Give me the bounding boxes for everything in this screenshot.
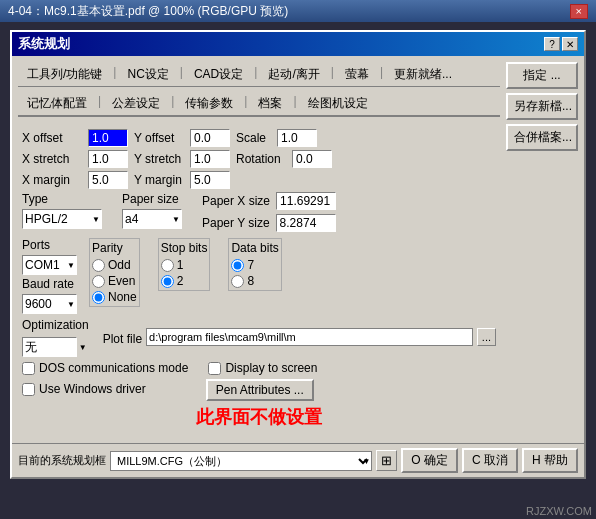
current-cfg-label: 目前的系统规划框 [18,453,106,468]
y-margin-input[interactable] [190,171,230,189]
data-bits-8-radio[interactable] [231,275,244,288]
assign-button[interactable]: 指定 ... [506,62,578,89]
ports-group: Ports COM1 COM2 LPT1 Baud rate [22,238,77,314]
parity-even-radio[interactable] [92,275,105,288]
cfg-select[interactable]: MILL9M.CFG（公制） [110,451,372,471]
checkbox-row1: DOS communications mode Display to scree… [22,361,496,377]
ports-label: Ports [22,238,77,252]
help-button[interactable]: H 帮助 [522,448,578,473]
pen-attributes-button[interactable]: Pen Attributes ... [206,379,314,401]
parity-odd-radio[interactable] [92,259,105,272]
stop-bits-radio-group: 1 2 [161,258,208,288]
tab-update[interactable]: 更新就绪... [385,62,461,86]
baud-rate-label: Baud rate [22,277,77,291]
stop-bits-label: Stop bits [161,241,208,255]
dos-mode-checkbox[interactable] [22,362,35,375]
plot-file-input[interactable] [146,328,473,346]
x-offset-input[interactable] [88,129,128,147]
stop-bits-2-radio[interactable] [161,275,174,288]
tabs-row2: 记忆体配置 | 公差设定 | 传输参数 | 档案 | 绘图机设定 [18,91,500,117]
window-title: 系统规划 [18,35,70,53]
confirm-button[interactable]: O 确定 [401,448,458,473]
window-title-buttons: ? ✕ [544,37,578,51]
x-margin-input[interactable] [88,171,128,189]
save-new-button[interactable]: 另存新檔... [506,93,578,120]
stop-bits-1-option[interactable]: 1 [161,258,208,272]
sep5: | [378,62,385,86]
data-bits-7-label: 7 [247,258,254,272]
copy-button[interactable]: ⊞ [376,450,397,471]
help-title-button[interactable]: ? [544,37,560,51]
stop-bits-2-option[interactable]: 2 [161,274,208,288]
x-stretch-input[interactable] [88,150,128,168]
data-bits-radio-group: 7 8 [231,258,278,288]
data-bits-7-radio[interactable] [231,259,244,272]
type-select[interactable]: HPGL/2 HPGL PostScript [22,209,102,229]
tab-memory[interactable]: 记忆体配置 [18,91,96,115]
checkbox-row2: Use Windows driver Pen Attributes ... [22,379,496,401]
parity-group: Parity Odd Even None [89,238,140,307]
cfg-select-wrapper: MILL9M.CFG（公制） [110,451,372,471]
use-windows-checkbox[interactable] [22,383,35,396]
parity-none-label: None [108,290,137,304]
parity-even-option[interactable]: Even [92,274,137,288]
tab-nc[interactable]: NC设定 [118,62,177,86]
dos-mode-checkbox-label[interactable]: DOS communications mode [22,361,188,375]
tab-toolkeys[interactable]: 工具列/功能键 [18,62,111,86]
parity-none-radio[interactable] [92,291,105,304]
data-bits-8-label: 8 [247,274,254,288]
paper-xy-group: Paper X size Paper Y size [202,192,336,234]
x-offset-label: X offset [22,131,82,145]
paper-y-input[interactable] [276,214,336,232]
paper-size-group: Paper size a4 a3 letter [122,192,182,229]
data-bits-8-option[interactable]: 8 [231,274,278,288]
tab-startup[interactable]: 起动/离开 [259,62,328,86]
paper-size-select[interactable]: a4 a3 letter [122,209,182,229]
offset-scale-row: X offset Y offset Scale [22,129,496,147]
y-margin-label: Y margin [134,173,184,187]
optimization-select[interactable]: 无 有 [22,337,77,357]
sep4: | [329,62,336,86]
dos-mode-label: DOS communications mode [39,361,188,375]
stop-bits-group: Stop bits 1 2 [158,238,211,291]
sep1: | [111,62,118,86]
ports-select[interactable]: COM1 COM2 LPT1 [22,255,77,275]
y-offset-input[interactable] [190,129,230,147]
ports-select-wrapper: COM1 COM2 LPT1 [22,255,77,275]
tab-tolerance[interactable]: 公差设定 [103,91,169,115]
paper-y-label: Paper Y size [202,216,270,230]
merge-file-button[interactable]: 合併檔案... [506,124,578,151]
cancel-button[interactable]: C 取消 [462,448,518,473]
close-tab-button[interactable]: × [570,4,588,19]
left-panel: 工具列/功能键 | NC设定 | CAD设定 | 起动/离开 | 萤幕 | 更新… [18,62,500,437]
paper-x-input[interactable] [276,192,336,210]
scale-input[interactable] [277,129,317,147]
type-select-wrapper: HPGL/2 HPGL PostScript [22,209,102,229]
optimization-group: Optimization 无 有 [22,318,89,357]
use-windows-checkbox-label[interactable]: Use Windows driver [22,382,146,396]
tab-screen[interactable]: 萤幕 [336,62,378,86]
stretch-rotation-row: X stretch Y stretch Rotation [22,150,496,168]
y-stretch-input[interactable] [190,150,230,168]
display-screen-checkbox-label[interactable]: Display to screen [208,361,317,375]
main-window: 系统规划 ? ✕ 工具列/功能键 | NC设定 | CAD设定 | 起动/离开 … [10,30,586,479]
parity-radio-group: Odd Even None [92,258,137,304]
close-window-button[interactable]: ✕ [562,37,578,51]
sep8: | [242,91,249,115]
parity-none-option[interactable]: None [92,290,137,304]
data-bits-7-option[interactable]: 7 [231,258,278,272]
tab-files[interactable]: 档案 [249,91,291,115]
parity-odd-option[interactable]: Odd [92,258,137,272]
display-screen-checkbox[interactable] [208,362,221,375]
plot-file-browse-button[interactable]: ... [477,328,496,346]
plot-file-label: Plot file [103,332,142,346]
paper-x-row: Paper X size [202,192,336,210]
stop-bits-1-radio[interactable] [161,259,174,272]
tab-plotter[interactable]: 绘图机设定 [299,91,377,115]
baud-select[interactable]: 9600 19200 [22,294,77,314]
rotation-input[interactable] [292,150,332,168]
plot-file-section: Plot file ... [103,328,496,346]
tab-cad[interactable]: CAD设定 [185,62,252,86]
tab-transfer[interactable]: 传输参数 [176,91,242,115]
red-notice: 此界面不做设置 [22,405,496,429]
